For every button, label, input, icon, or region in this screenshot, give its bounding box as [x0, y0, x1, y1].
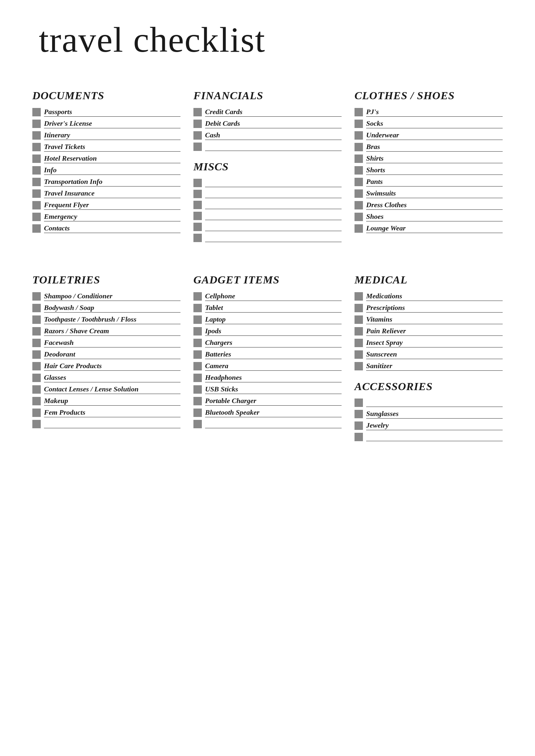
list-item[interactable]: Swimsuits: [354, 189, 503, 198]
list-item[interactable]: Sunscreen: [354, 350, 503, 359]
checkbox[interactable]: [354, 433, 363, 441]
list-item[interactable]: Toothpaste / Toothbrush / Floss: [32, 315, 181, 324]
checkbox[interactable]: [354, 292, 363, 301]
list-item[interactable]: Dress Clothes: [354, 201, 503, 210]
list-item[interactable]: Camera: [193, 362, 342, 371]
checkbox[interactable]: [193, 201, 202, 209]
checkbox[interactable]: [354, 143, 363, 151]
list-item[interactable]: Hair Care Products: [32, 362, 181, 371]
list-item[interactable]: Sunglasses: [354, 410, 503, 418]
checkbox[interactable]: [354, 108, 363, 116]
list-item[interactable]: Bluetooth Speaker: [193, 408, 342, 417]
list-item[interactable]: Jewelry: [354, 421, 503, 430]
checkbox[interactable]: [354, 315, 363, 324]
checkbox[interactable]: [193, 385, 202, 394]
checkbox[interactable]: [193, 339, 202, 347]
checkbox[interactable]: [32, 108, 41, 116]
list-item[interactable]: Headphones: [193, 373, 342, 382]
checkbox[interactable]: [32, 189, 41, 198]
list-item[interactable]: Ipods: [193, 327, 342, 336]
blank-item[interactable]: [193, 179, 342, 187]
list-item[interactable]: Transportation Info: [32, 177, 181, 186]
list-item[interactable]: Frequent Flyer: [32, 201, 181, 210]
checkbox[interactable]: [32, 178, 41, 186]
list-item[interactable]: Travel Tickets: [32, 143, 181, 151]
checkbox[interactable]: [32, 350, 41, 359]
blank-item[interactable]: [354, 398, 503, 407]
checkbox[interactable]: [354, 131, 363, 140]
checkbox[interactable]: [193, 223, 202, 231]
checkbox[interactable]: [193, 131, 202, 140]
checkbox[interactable]: [354, 350, 363, 359]
list-item[interactable]: Itinerary: [32, 131, 181, 140]
checkbox[interactable]: [354, 410, 363, 418]
checkbox[interactable]: [193, 362, 202, 370]
blank-item[interactable]: [193, 212, 342, 220]
list-item[interactable]: Credit Cards: [193, 108, 342, 117]
list-item[interactable]: Shirts: [354, 154, 503, 163]
list-item[interactable]: Glasses: [32, 373, 181, 382]
list-item[interactable]: Laptop: [193, 315, 342, 324]
list-item[interactable]: Debit Cards: [193, 119, 342, 128]
checkbox[interactable]: [32, 131, 41, 140]
checkbox[interactable]: [193, 350, 202, 359]
list-item[interactable]: Insect Spray: [354, 338, 503, 347]
checkbox[interactable]: [32, 420, 41, 428]
checkbox[interactable]: [354, 201, 363, 209]
checkbox[interactable]: [354, 213, 363, 221]
list-item[interactable]: PJ's: [354, 108, 503, 117]
list-item[interactable]: Pants: [354, 177, 503, 186]
list-item[interactable]: Medications: [354, 292, 503, 301]
list-item[interactable]: Contacts: [32, 224, 181, 233]
checkbox[interactable]: [193, 179, 202, 187]
list-item[interactable]: Razors / Shave Cream: [32, 327, 181, 336]
list-item[interactable]: Cash: [193, 131, 342, 140]
list-item[interactable]: Facewash: [32, 338, 181, 347]
checkbox[interactable]: [32, 362, 41, 370]
checkbox[interactable]: [193, 120, 202, 128]
list-item[interactable]: Contact Lenses / Lense Solution: [32, 385, 181, 394]
list-item[interactable]: Sanitizer: [354, 362, 503, 371]
checkbox[interactable]: [32, 397, 41, 405]
checkbox[interactable]: [193, 304, 202, 312]
list-item[interactable]: Lounge Wear: [354, 224, 503, 233]
checkbox[interactable]: [354, 224, 363, 233]
checkbox[interactable]: [354, 154, 363, 163]
list-item[interactable]: Bras: [354, 143, 503, 151]
list-item[interactable]: Info: [32, 166, 181, 175]
checkbox[interactable]: [354, 421, 363, 430]
list-item[interactable]: Deodorant: [32, 350, 181, 359]
checkbox[interactable]: [193, 315, 202, 324]
list-item[interactable]: Passports: [32, 108, 181, 117]
list-item[interactable]: Hotel Reservation: [32, 154, 181, 163]
checkbox[interactable]: [32, 327, 41, 336]
blank-item[interactable]: [354, 433, 503, 441]
checkbox[interactable]: [32, 292, 41, 301]
checkbox[interactable]: [354, 166, 363, 175]
checkbox[interactable]: [354, 178, 363, 186]
list-item[interactable]: Shoes: [354, 212, 503, 221]
list-item[interactable]: Fem Products: [32, 408, 181, 417]
list-item[interactable]: Pain Reliever: [354, 327, 503, 336]
list-item[interactable]: Bodywash / Soap: [32, 304, 181, 312]
blank-item[interactable]: [193, 143, 342, 151]
checkbox[interactable]: [193, 212, 202, 220]
checkbox[interactable]: [354, 339, 363, 347]
list-item[interactable]: Vitamins: [354, 315, 503, 324]
checkbox[interactable]: [354, 189, 363, 198]
checkbox[interactable]: [32, 166, 41, 175]
checkbox[interactable]: [193, 143, 202, 151]
list-item[interactable]: Underwear: [354, 131, 503, 140]
checkbox[interactable]: [354, 304, 363, 312]
checkbox[interactable]: [32, 201, 41, 209]
blank-item[interactable]: [32, 420, 181, 428]
blank-item[interactable]: [193, 201, 342, 209]
list-item[interactable]: Driver's License: [32, 119, 181, 128]
list-item[interactable]: Shorts: [354, 166, 503, 175]
checkbox[interactable]: [32, 224, 41, 233]
checkbox[interactable]: [32, 120, 41, 128]
list-item[interactable]: Cellphone: [193, 292, 342, 301]
list-item[interactable]: USB Sticks: [193, 385, 342, 394]
checkbox[interactable]: [32, 304, 41, 312]
checkbox[interactable]: [193, 420, 202, 428]
